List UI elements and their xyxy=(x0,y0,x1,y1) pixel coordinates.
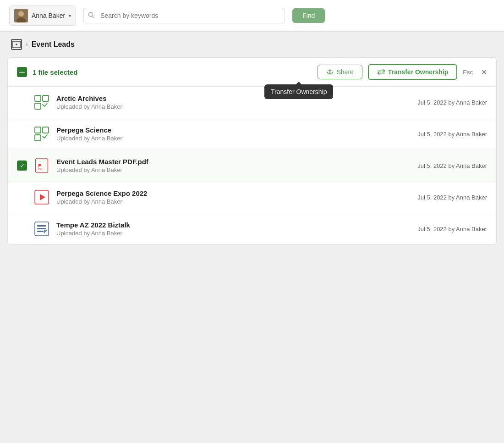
transfer-icon xyxy=(377,69,385,75)
svg-rect-13 xyxy=(35,135,41,141)
svg-point-1 xyxy=(18,11,24,17)
find-button[interactable]: Find xyxy=(292,8,325,23)
share-button[interactable]: Share xyxy=(318,65,362,79)
file-sub: Uploaded by Anna Baker xyxy=(56,198,411,205)
file-icon-grid xyxy=(33,126,50,142)
svg-rect-21 xyxy=(37,231,44,232)
file-sub: Uploaded by Anna Baker xyxy=(56,230,411,237)
table-row[interactable]: Tempe AZ 2022 Biztalk Uploaded by Anna B… xyxy=(8,213,496,244)
svg-point-6 xyxy=(16,44,17,45)
file-icon-doc xyxy=(33,221,50,237)
svg-rect-10 xyxy=(35,103,41,109)
file-info: Perpega Science Uploaded by Anna Baker xyxy=(56,126,411,142)
file-name: Perpega Science Expo 2022 xyxy=(56,189,411,197)
breadcrumb-chevron-icon: › xyxy=(26,41,28,48)
file-list: Arctic Archives Uploaded by Anna Baker J… xyxy=(8,87,496,244)
file-icon-grid xyxy=(33,94,50,111)
svg-rect-11 xyxy=(35,127,41,133)
close-button[interactable]: ✕ xyxy=(481,68,487,77)
file-name: Tempe AZ 2022 Biztalk xyxy=(56,221,411,229)
svg-line-4 xyxy=(93,16,94,18)
svg-rect-9 xyxy=(43,95,49,101)
selected-count-icon: — xyxy=(17,67,27,77)
transfer-ownership-button[interactable]: Transfer Ownership xyxy=(368,64,457,80)
file-info: Event Leads Master PDF.pdf Uploaded by A… xyxy=(56,158,411,173)
table-row[interactable]: Arctic Archives Uploaded by Anna Baker J… xyxy=(8,87,496,118)
search-input[interactable] xyxy=(83,8,285,23)
file-sub: Uploaded by Anna Baker xyxy=(56,103,411,110)
file-name: Perpega Science xyxy=(56,126,411,134)
file-sub: Uploaded by Anna Baker xyxy=(56,166,411,173)
file-name: Arctic Archives xyxy=(56,94,411,102)
avatar xyxy=(14,9,28,22)
tooltip-text: Transfer Ownership xyxy=(271,88,327,95)
svg-rect-19 xyxy=(37,225,46,227)
file-info: Arctic Archives Uploaded by Anna Baker xyxy=(56,94,411,110)
file-meta: Jul 5, 2022 by Anna Baker xyxy=(417,226,487,233)
checkbox-unchecked[interactable] xyxy=(17,192,27,202)
file-icon-pdf: PDF xyxy=(33,157,50,174)
svg-text:PDF: PDF xyxy=(38,167,43,170)
checkbox-unchecked[interactable] xyxy=(17,224,27,234)
svg-rect-14 xyxy=(36,159,48,172)
svg-rect-20 xyxy=(37,228,46,229)
search-icon xyxy=(88,12,94,20)
selected-count-label: 1 file selected xyxy=(33,68,312,76)
header: Anna Baker ▾ Find xyxy=(0,0,504,32)
file-meta: Jul 5, 2022 by Anna Baker xyxy=(417,194,487,201)
table-row[interactable]: Perpega Science Expo 2022 Uploaded by An… xyxy=(8,182,496,213)
table-row[interactable]: ✓ PDF Event Leads Master PDF.pdf Uploade… xyxy=(8,150,496,182)
svg-rect-7 xyxy=(327,73,333,75)
transfer-label: Transfer Ownership xyxy=(388,68,448,76)
breadcrumb: › Event Leads xyxy=(0,32,504,57)
file-sub: Uploaded by Anna Baker xyxy=(56,135,411,142)
chevron-down-icon: ▾ xyxy=(69,13,71,18)
svg-marker-17 xyxy=(40,194,45,200)
file-info: Tempe AZ 2022 Biztalk Uploaded by Anna B… xyxy=(56,221,411,237)
user-menu[interactable]: Anna Baker ▾ xyxy=(9,6,76,26)
file-meta: Jul 5, 2022 by Anna Baker xyxy=(417,162,487,169)
checkbox-unchecked[interactable] xyxy=(17,97,27,107)
file-meta: Jul 5, 2022 by Anna Baker xyxy=(417,131,487,138)
transfer-tooltip: Transfer Ownership xyxy=(264,84,333,99)
minus-icon: — xyxy=(19,69,25,75)
file-info: Perpega Science Expo 2022 Uploaded by An… xyxy=(56,189,411,205)
esc-label: Esc xyxy=(463,69,473,76)
share-icon xyxy=(326,69,334,75)
main-panel: — 1 file selected Share Transfer Ownersh… xyxy=(7,57,497,245)
selection-toolbar: — 1 file selected Share Transfer Ownersh… xyxy=(8,58,496,87)
svg-rect-12 xyxy=(43,127,49,133)
folder-dot-icon xyxy=(11,39,22,50)
file-name: Event Leads Master PDF.pdf xyxy=(56,158,411,166)
breadcrumb-folder-name: Event Leads xyxy=(32,40,75,49)
search-container xyxy=(83,8,285,23)
checkbox-checked[interactable]: ✓ xyxy=(17,161,27,171)
file-icon-video xyxy=(33,189,50,205)
table-row[interactable]: Perpega Science Uploaded by Anna Baker J… xyxy=(8,118,496,150)
file-meta: Jul 5, 2022 by Anna Baker xyxy=(417,99,487,106)
svg-rect-8 xyxy=(35,95,41,101)
user-name-label: Anna Baker xyxy=(32,12,65,19)
checkbox-unchecked[interactable] xyxy=(17,129,27,139)
share-label: Share xyxy=(336,68,353,76)
